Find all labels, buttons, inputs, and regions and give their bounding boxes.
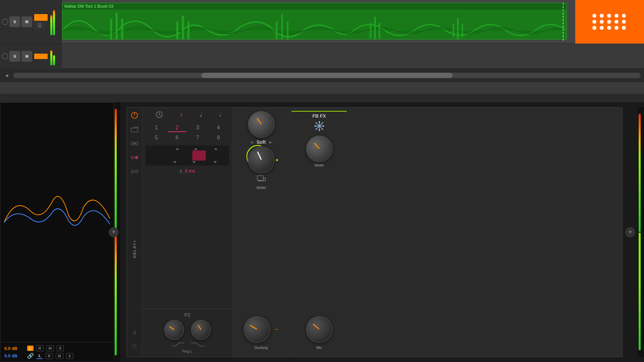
note-num-8[interactable]: 8	[209, 134, 228, 141]
channel-m-btn-blue[interactable]: M	[56, 353, 63, 359]
svg-point-46	[318, 121, 320, 123]
note-num-5[interactable]: 5	[147, 134, 166, 141]
scrollbar-thumb[interactable]	[202, 73, 452, 78]
bottom-inner: EQ	[142, 309, 622, 357]
svg-rect-29	[193, 150, 206, 161]
eq-knob-high	[191, 320, 211, 340]
clip-marker	[563, 3, 564, 41]
eq-high-knob[interactable]	[191, 320, 211, 340]
track-m-button-1[interactable]: M	[21, 16, 32, 27]
plugin-top-section: ♪ ♩ 𝅗𝅥 1 2 3 4 5 6 7 8	[142, 108, 622, 308]
note-icon-eighth[interactable]: ♪	[180, 111, 183, 120]
timing-panel: ♪ ♩ 𝅗𝅥 1 2 3 4 5 6 7 8	[142, 108, 233, 308]
plugin-sidebar: DELAY+ ⠿ ⬡	[127, 108, 142, 357]
track-menu-btn-1[interactable]: ☰	[34, 21, 45, 29]
key-button[interactable]: ⬡	[129, 341, 140, 351]
svg-point-53	[322, 129, 323, 130]
track-record-btn-2[interactable]	[2, 53, 8, 59]
track-s-button-1[interactable]: S	[9, 16, 20, 27]
svg-point-24	[135, 170, 138, 173]
sidebar-bottom-icons: ⠿ ⬡	[129, 328, 140, 354]
note-num-3[interactable]: 3	[189, 124, 207, 132]
channel-s-btn-orange[interactable]: S	[57, 345, 64, 351]
note-num-6[interactable]: 6	[168, 134, 186, 141]
svg-rect-11	[379, 23, 380, 38]
right-add-area: +	[623, 102, 638, 362]
width-knob[interactable]	[248, 146, 275, 173]
track-record-btn[interactable]	[2, 19, 8, 25]
note-icon-clock[interactable]	[156, 111, 163, 120]
waveform-panel: 0.0 dB L R M S 0.0 dB 🔗 L R M S +	[0, 102, 114, 362]
track-lane-2[interactable]	[62, 44, 644, 68]
radio-button-2[interactable]	[129, 167, 140, 177]
track-s-button-2[interactable]: S	[9, 51, 20, 62]
svg-point-50	[315, 122, 317, 124]
svg-rect-2	[121, 19, 123, 40]
channel-l-btn-orange[interactable]: L	[27, 346, 34, 351]
link-channels-icon[interactable]: 🔗	[27, 353, 34, 359]
plugin-area: 0.0 dB L R M S 0.0 dB 🔗 L R M S +	[0, 102, 644, 362]
track-lane-1[interactable]: Nektar DW Tom 1 Brush 03	[62, 0, 644, 43]
eq-high-curve	[191, 341, 204, 349]
level-db-blue: 0.0 dB	[4, 353, 24, 358]
scrollbar-track[interactable]	[13, 73, 641, 78]
mix-knob[interactable]	[306, 316, 333, 343]
note-num-1[interactable]: 1	[147, 124, 166, 132]
fbfx-width-knob[interactable]	[306, 135, 333, 162]
eq-low-curve	[171, 341, 184, 349]
freeze-icon[interactable]	[314, 120, 325, 134]
plugin-dots-grid	[592, 14, 627, 30]
dots-button[interactable]: ⠿	[129, 328, 140, 338]
soft-knob[interactable]	[248, 111, 275, 138]
waveform-clip	[62, 10, 567, 40]
plugin-launch-btn[interactable]	[575, 0, 644, 44]
note-num-7[interactable]: 7	[189, 134, 207, 141]
power-button[interactable]	[129, 110, 140, 120]
link-button[interactable]	[129, 138, 140, 148]
eq-panel: EQ	[142, 309, 233, 357]
svg-rect-40	[257, 176, 263, 180]
note-num-2[interactable]: 2	[168, 124, 186, 132]
width-arrow-indicator: ◄	[275, 158, 279, 162]
eq-curve-row	[146, 341, 229, 349]
right-add-btn[interactable]: +	[625, 227, 635, 237]
ms-value: 6 ms	[185, 168, 195, 174]
ping-label: Ping L	[146, 349, 229, 353]
add-track-btn[interactable]: +	[109, 227, 119, 237]
svg-point-47	[318, 129, 320, 131]
mix-knob-container	[306, 316, 333, 343]
radio-button-1[interactable]	[129, 153, 140, 163]
note-icon-quarter[interactable]: ♩	[200, 111, 202, 120]
eq-label: EQ	[146, 312, 229, 317]
ducking-label: Ducking	[255, 346, 268, 350]
channel-r-btn-orange[interactable]: R	[36, 345, 44, 351]
delay-plugin-label: DELAY+	[132, 240, 137, 258]
eq-low-knob[interactable]	[164, 320, 184, 340]
ducking-knob-container	[244, 316, 270, 343]
svg-point-48	[314, 125, 316, 127]
fbfx-width-label: Width	[314, 163, 324, 167]
channel-s-btn-blue[interactable]: S	[66, 353, 73, 359]
main-knob-panel: ◄ Soft ► ◄	[233, 108, 290, 308]
channel-r-btn-blue[interactable]: R	[46, 353, 53, 359]
channel-m-btn-orange[interactable]: M	[46, 345, 54, 351]
fbfx-title: FB FX	[291, 113, 347, 119]
note-num-4[interactable]: 4	[209, 124, 228, 132]
scroll-left-arrow[interactable]: ◄	[3, 72, 10, 79]
plugin-content: ♪ ♩ 𝅗𝅥 1 2 3 4 5 6 7 8	[142, 108, 622, 357]
track-m-button-2[interactable]: M	[21, 51, 32, 62]
folder-button[interactable]	[129, 124, 140, 134]
channel-l-btn-blue[interactable]: L	[37, 353, 43, 359]
svg-rect-1	[115, 13, 118, 40]
svg-rect-13	[457, 18, 459, 40]
bottom-section: EQ	[142, 308, 622, 357]
svg-rect-28	[151, 149, 224, 162]
svg-rect-10	[374, 17, 376, 40]
ducking-panel: → Ducking	[233, 309, 290, 357]
ducking-knob[interactable]	[244, 316, 270, 343]
plus-minus-sign: ±	[179, 168, 182, 174]
svg-rect-0	[110, 19, 112, 40]
svg-text:♩: ♩	[193, 162, 195, 164]
right-meter-2	[639, 233, 641, 351]
return-icon[interactable]	[257, 175, 266, 184]
